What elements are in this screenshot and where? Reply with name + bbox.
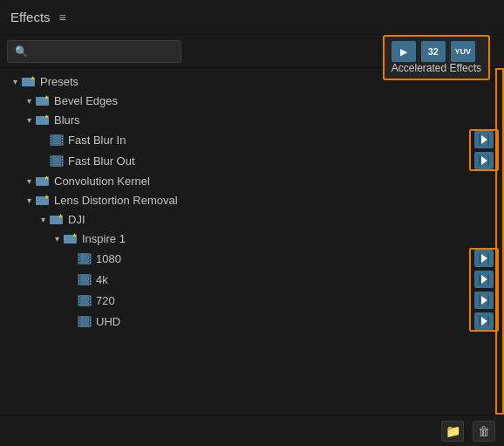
svg-rect-3 [36,97,41,99]
svg-rect-41 [50,216,55,218]
item-label: 1080 [96,252,474,265]
svg-rect-31 [62,164,63,166]
svg-rect-35 [487,154,489,167]
svg-rect-58 [487,252,489,264]
svg-rect-96 [90,317,91,319]
effect-icon [77,315,92,327]
tree-item[interactable]: Convolution Kernel [0,171,504,190]
folder-star-icon [21,75,37,87]
new-bin-icon: 📁 [446,424,460,438]
svg-rect-83 [90,301,91,303]
tree-item[interactable]: Fast Blur In [0,129,504,150]
delete-button[interactable]: 🗑 [473,421,495,442]
item-label: 720 [96,294,474,307]
tree-item[interactable]: 1080 [0,248,504,269]
svg-rect-24 [51,156,51,158]
svg-rect-72 [479,273,480,285]
accel-play-button[interactable] [392,41,416,62]
item-label: DJI [68,213,474,226]
svg-rect-78 [78,298,79,300]
item-label: 4k [96,273,474,286]
svg-rect-27 [51,164,51,166]
accel-badge [474,152,494,169]
chevron-icon [23,115,35,125]
svg-rect-87 [479,294,480,306]
item-label: Bevel Edges [54,94,474,107]
accel-num-button[interactable]: 32 [421,41,446,62]
accel-badge [474,312,494,330]
item-label: Convolution Kernel [54,175,474,188]
svg-rect-80 [78,304,79,305]
effects-tree: Presets Bevel Edges Blurs [0,68,504,415]
svg-rect-16 [62,143,63,145]
svg-rect-77 [78,296,79,298]
svg-rect-82 [90,298,91,300]
svg-rect-54 [90,262,91,264]
svg-rect-102 [479,315,480,327]
item-label: Lens Distortion Removal [54,194,474,207]
tree-item[interactable]: DJI [0,209,504,229]
tree-item[interactable]: UHD [0,311,504,332]
accel-yuv-button[interactable]: YUV [451,41,475,62]
svg-rect-14 [62,138,63,140]
panel-title: Effects [10,10,51,24]
svg-rect-43 [64,235,69,237]
accel-icons-row: 32 YUV [392,41,481,62]
svg-rect-10 [51,138,51,140]
accel-badge [474,271,494,288]
search-input[interactable] [32,45,174,58]
svg-rect-15 [62,141,63,142]
svg-rect-73 [487,273,489,285]
svg-rect-93 [78,319,79,321]
effects-panel: Effects ≡ 🔍 32 YUV Accelerated Effects [0,0,504,446]
bottom-bar: 📁 🗑 [0,415,504,446]
svg-rect-51 [90,254,91,256]
svg-rect-11 [51,141,51,142]
folder-star-icon [63,232,78,244]
item-label: Fast Blur In [68,134,474,147]
menu-icon[interactable]: ≡ [59,10,66,24]
folder-star-icon [35,94,51,106]
tree-item[interactable]: Bevel Edges [0,91,504,110]
svg-rect-47 [78,254,79,256]
chevron-icon [23,196,35,205]
item-label: Fast Blur Out [68,154,474,168]
chevron-icon [51,234,63,244]
chevron-icon [23,96,35,106]
tree-item[interactable]: 720 [0,290,504,311]
folder-star-icon [35,194,51,206]
item-label: UHD [96,315,474,328]
svg-rect-5 [36,116,41,119]
tree-item[interactable]: Inspire 1 [0,229,504,248]
svg-rect-57 [479,252,480,264]
tree-item[interactable]: Blurs [0,110,504,129]
svg-rect-48 [78,257,79,258]
tree-item[interactable]: Fast Blur Out [0,150,504,171]
svg-rect-66 [90,275,91,277]
tree-item[interactable]: 4k [0,269,504,290]
svg-rect-25 [51,159,51,161]
svg-rect-12 [51,143,51,145]
accelerated-effects-popup: 32 YUV Accelerated Effects [383,35,490,80]
svg-rect-68 [90,280,91,282]
panel-header: Effects ≡ [0,0,504,35]
svg-rect-97 [90,319,91,321]
svg-rect-30 [62,161,63,163]
svg-rect-62 [78,275,79,277]
svg-rect-39 [36,196,41,199]
svg-rect-92 [78,317,79,319]
svg-rect-49 [78,259,79,261]
folder-star-icon [49,213,65,225]
new-bin-button[interactable]: 📁 [441,421,464,442]
search-icon: 🔍 [15,45,28,58]
search-box[interactable]: 🔍 [7,40,181,63]
svg-rect-84 [90,304,91,305]
svg-rect-50 [78,262,79,264]
folder-star-icon [35,175,51,187]
chevron-icon [23,176,35,186]
tree-item[interactable]: Lens Distortion Removal [0,190,504,209]
folder-star-icon [35,113,51,126]
svg-rect-28 [62,156,63,158]
svg-rect-20 [487,134,489,146]
accel-badge [474,292,494,309]
